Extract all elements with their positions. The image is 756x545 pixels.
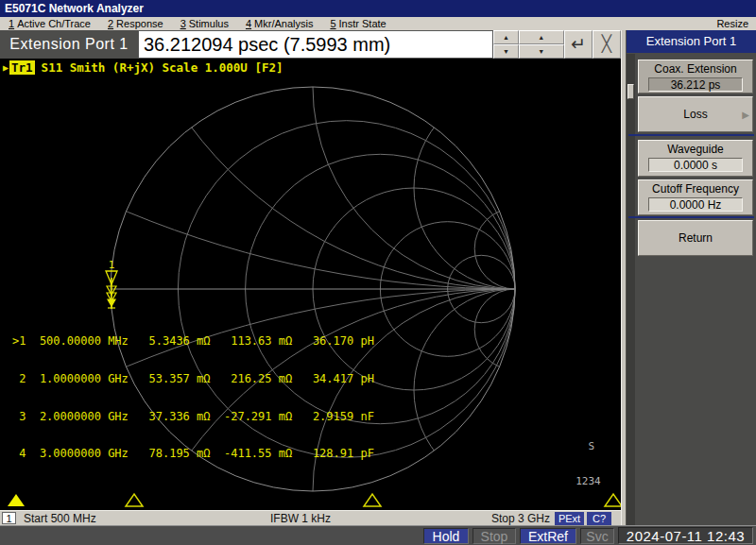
start-frequency-label: Start 500 MHz <box>24 512 96 525</box>
coarse-spinner: ▲ ▼ <box>519 30 564 59</box>
datetime-display: 2024-07-11 12:43 <box>618 527 753 544</box>
ifbw-label: IFBW 1 kHz <box>270 512 331 525</box>
entry-bar: Extension Port 1 ▲ ▼ ▲ ▼ ↵ ╳ <box>0 30 621 59</box>
menu-active-ch-trace[interactable]: 1Active Ch/Trace <box>0 18 99 29</box>
cal-status-badge: C? <box>587 512 611 525</box>
cutoff-frequency-value: 0.0000 Hz <box>648 197 743 212</box>
menu-response[interactable]: 2Response <box>99 18 172 29</box>
extref-status: ExtRef <box>520 528 576 544</box>
menu-instr-state[interactable]: 5Instr State <box>321 18 394 29</box>
spin-down-large-icon[interactable]: ▼ <box>519 44 564 59</box>
hold-status: Hold <box>423 528 469 544</box>
softkey-group-separator-2 <box>628 216 754 218</box>
menu-stimulus[interactable]: 3Stimulus <box>172 18 237 29</box>
enter-button[interactable]: ↵ <box>564 30 593 59</box>
stimulus-marker2-triangle[interactable] <box>126 494 143 506</box>
trace-title: ▶ Tr1 S11 Smith (R+jX) Scale 1.000U [F2] <box>3 60 283 75</box>
extension-value-input[interactable] <box>138 30 493 59</box>
window-title: E5071C Network Analyzer <box>0 0 756 17</box>
spin-down-small-icon[interactable]: ▼ <box>493 44 518 59</box>
stimulus-marker3-triangle[interactable] <box>364 494 381 506</box>
menu-bar: 1Active Ch/Trace 2Response 3Stimulus 4Mk… <box>0 17 756 30</box>
channel-number-badge: 1 <box>2 512 16 524</box>
spin-up-small-icon[interactable]: ▲ <box>493 30 518 44</box>
analyzer-window: { "window": { "title": "E5071C Network A… <box>0 0 756 545</box>
trace-format-text: S11 Smith (R+jX) Scale 1.000U [F2] <box>42 60 284 75</box>
marker-row-1: >1 500.00000 MHz 5.3436 mΩ 113.63 mΩ 36.… <box>12 335 374 348</box>
instrument-status-bar: Hold Stop ExtRef Svc 2024-07-11 12:43 <box>0 525 756 545</box>
menu-resize[interactable]: Resize <box>709 18 756 29</box>
svc-status: Svc <box>580 528 614 544</box>
stop-frequency-label: Stop 3 GHz <box>491 512 550 525</box>
softkey-scrollbar-thumb[interactable] <box>627 84 634 99</box>
active-trace-pointer-icon: ▶ <box>3 62 9 73</box>
submenu-arrow-icon: ▶ <box>742 110 749 120</box>
close-entry-button[interactable]: ╳ <box>593 30 621 59</box>
marker-readout-table: >1 500.00000 MHz 5.3436 mΩ 113.63 mΩ 36.… <box>12 311 374 485</box>
softkey-return[interactable]: Return <box>638 220 753 256</box>
spin-up-large-icon[interactable]: ▲ <box>519 30 564 44</box>
marker-row-3: 3 2.0000000 GHz 37.336 mΩ -27.291 mΩ 2.9… <box>12 411 374 423</box>
menu-mkr-analysis[interactable]: 4Mkr/Analysis <box>237 18 321 29</box>
fine-spinner: ▲ ▼ <box>493 30 518 59</box>
channel-status-bar: 1 Start 500 MHz IFBW 1 kHz Stop 3 GHz PE… <box>0 510 621 525</box>
softkey-coax-extension[interactable]: Coax. Extension 36.212 ps <box>638 60 753 94</box>
smith-chart-area: 1 ▶ Tr1 S11 Smith (R+jX) Scale 1.000U [F… <box>0 59 621 510</box>
stimulus-marker1-triangle[interactable] <box>8 494 25 506</box>
coax-extension-value: 36.212 ps <box>648 77 743 92</box>
softkey-cutoff-frequency[interactable]: Cutoff Frequency 0.0000 Hz <box>638 179 753 215</box>
stop-status: Stop <box>472 528 516 544</box>
softkey-waveguide[interactable]: Waveguide 0.0000 s <box>638 140 753 177</box>
marker-row-4: 4 3.0000000 GHz 78.195 mΩ -411.55 mΩ 128… <box>12 448 374 460</box>
marker-row-2: 2 1.0000000 GHz 53.357 mΩ 216.25 mΩ 34.4… <box>12 373 374 385</box>
entry-label: Extension Port 1 <box>0 30 138 59</box>
trace-name[interactable]: Tr1 <box>9 60 35 75</box>
marker1-label: 1 <box>109 259 115 271</box>
softkey-loss[interactable]: Loss ▶ <box>638 96 753 132</box>
softkey-menu-title: Extension Port 1 <box>627 30 756 53</box>
waveguide-value: 0.0000 s <box>648 158 743 172</box>
softkey-scrollbar[interactable] <box>627 54 635 525</box>
stimulus-marker4-triangle[interactable] <box>605 494 621 506</box>
softkey-menu: Extension Port 1 Coax. Extension 36.212 … <box>627 30 756 525</box>
port-extension-badge: PExt <box>555 512 584 525</box>
softkey-group-separator <box>628 134 754 136</box>
